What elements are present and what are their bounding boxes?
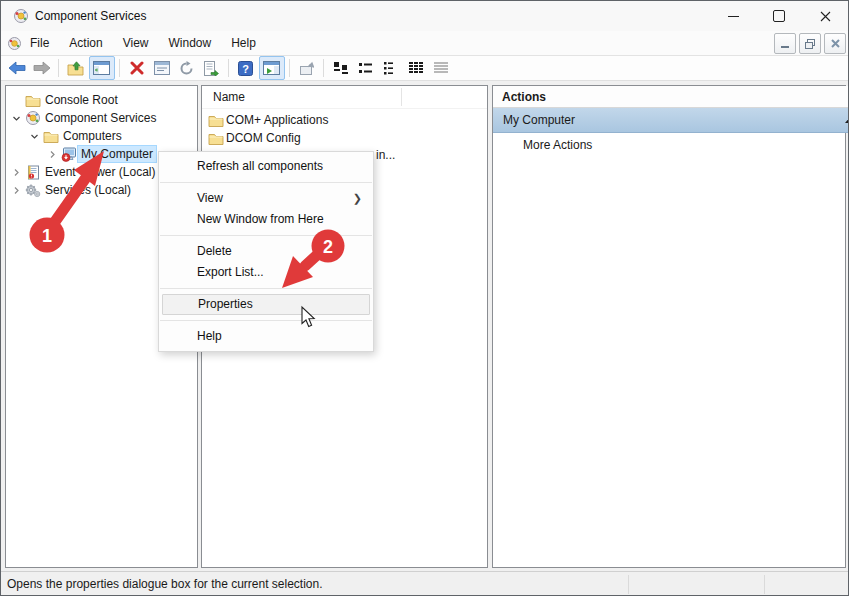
menu-window[interactable]: Window	[159, 33, 222, 53]
context-menu-item-help[interactable]: Help	[159, 326, 373, 347]
tree-item-computers[interactable]: Computers	[26, 127, 125, 145]
tree-item-event-viewer[interactable]: Event Viewer (Local)	[8, 163, 159, 181]
context-menu: Refresh all components View ❯ New Window…	[158, 151, 374, 352]
large-icons-view-icon	[333, 61, 349, 75]
maximize-icon	[773, 10, 785, 22]
window-title: Component Services	[35, 9, 146, 23]
list-item-dcom-config[interactable]: DCOM Config	[206, 129, 301, 147]
child-minimize-button[interactable]	[774, 33, 796, 54]
details-view-button[interactable]	[404, 57, 428, 79]
context-menu-item-refresh[interactable]: Refresh all components	[159, 156, 373, 177]
chevron-right-icon[interactable]	[44, 150, 60, 159]
context-menu-item-view[interactable]: View ❯	[159, 188, 373, 209]
small-icons-view-icon	[358, 61, 374, 75]
title-bar: Component Services	[1, 1, 848, 31]
show-action-pane-button[interactable]	[259, 56, 285, 80]
forward-icon	[33, 61, 51, 75]
column-header-name[interactable]: Name	[213, 90, 245, 104]
maximize-button[interactable]	[756, 1, 802, 31]
child-minimize-icon	[781, 46, 789, 48]
close-button[interactable]	[802, 1, 848, 31]
properties-icon	[154, 61, 170, 75]
new-taskpad-icon	[299, 61, 314, 76]
delete-button[interactable]	[125, 57, 149, 79]
status-separator	[628, 575, 629, 594]
content-area: Console Root Component Services Computer…	[1, 81, 848, 571]
context-menu-item-new-window[interactable]: New Window from Here	[159, 209, 373, 230]
status-text: Opens the properties dialogue box for th…	[1, 577, 323, 591]
up-one-level-button[interactable]	[64, 57, 88, 79]
menu-separator	[160, 320, 372, 321]
actions-group-my-computer[interactable]: My Computer	[493, 108, 849, 133]
back-button[interactable]	[5, 57, 29, 79]
toolbar: ?	[1, 56, 848, 81]
export-list-icon	[204, 61, 219, 76]
chevron-down-icon[interactable]	[8, 114, 24, 123]
forward-button[interactable]	[30, 57, 54, 79]
menu-help[interactable]: Help	[221, 33, 266, 53]
customize-view-button[interactable]	[429, 57, 453, 79]
close-icon	[820, 11, 831, 22]
properties-button[interactable]	[150, 57, 174, 79]
child-close-button[interactable]	[824, 33, 846, 54]
help-icon: ?	[238, 61, 253, 76]
folder-icon	[24, 94, 42, 107]
context-menu-item-properties[interactable]: Properties	[162, 294, 370, 315]
chevron-right-icon[interactable]	[8, 186, 24, 195]
minimize-icon	[728, 16, 739, 17]
my-computer-icon	[60, 147, 78, 162]
menu-separator	[160, 182, 372, 183]
list-header-row: Name	[202, 86, 487, 109]
snapin-icon	[7, 36, 22, 51]
tree-item-console-root[interactable]: Console Root	[8, 91, 121, 109]
context-menu-item-export-list[interactable]: Export List...	[159, 262, 373, 283]
tree-item-services[interactable]: Services (Local)	[8, 181, 134, 199]
up-folder-icon	[67, 61, 84, 76]
svg-text:?: ?	[242, 62, 249, 74]
list-view-icon	[383, 61, 399, 75]
truncated-item-fragment: in...	[376, 148, 395, 162]
show-action-pane-icon	[263, 61, 280, 75]
actions-pane-title: Actions	[493, 86, 849, 108]
more-actions-item[interactable]: More Actions	[493, 133, 849, 157]
export-list-button[interactable]	[200, 57, 224, 79]
delete-icon	[130, 61, 144, 75]
actions-pane: Actions My Computer More Actions	[492, 85, 846, 568]
tree-item-my-computer[interactable]: My Computer	[44, 145, 156, 163]
new-taskpad-button[interactable]	[295, 57, 319, 79]
menu-view[interactable]: View	[113, 33, 159, 53]
child-restore-icon	[805, 39, 815, 49]
component-services-window: Component Services File Action View Wind…	[0, 0, 849, 596]
details-view-icon	[408, 61, 424, 75]
status-separator	[764, 575, 765, 594]
minimize-button[interactable]	[710, 1, 756, 31]
menu-bar: File Action View Window Help	[1, 31, 848, 56]
help-button[interactable]: ?	[234, 57, 258, 79]
menu-file[interactable]: File	[22, 33, 59, 53]
show-console-tree-icon	[93, 61, 110, 75]
collapse-icon[interactable]	[845, 117, 849, 123]
large-icons-view-button[interactable]	[329, 57, 353, 79]
context-menu-item-delete[interactable]: Delete	[159, 241, 373, 262]
chevron-right-icon[interactable]	[8, 168, 24, 177]
menu-action[interactable]: Action	[59, 33, 112, 53]
menu-separator	[160, 235, 372, 236]
event-viewer-icon	[24, 165, 42, 180]
refresh-button[interactable]	[175, 57, 199, 79]
column-separator[interactable]	[401, 88, 402, 106]
list-view-button[interactable]	[379, 57, 403, 79]
menu-separator	[160, 288, 372, 289]
child-restore-button[interactable]	[799, 33, 821, 54]
refresh-icon	[179, 61, 194, 76]
show-console-tree-button[interactable]	[89, 56, 115, 80]
list-item-com-applications[interactable]: COM+ Applications	[206, 111, 328, 129]
submenu-arrow-icon: ❯	[353, 188, 362, 209]
folder-icon	[206, 114, 226, 127]
tree-item-component-services[interactable]: Component Services	[8, 109, 159, 127]
services-icon	[24, 183, 42, 198]
status-bar: Opens the properties dialogue box for th…	[1, 571, 848, 596]
app-icon	[13, 8, 29, 24]
chevron-down-icon[interactable]	[26, 132, 42, 141]
small-icons-view-button[interactable]	[354, 57, 378, 79]
folder-icon	[42, 130, 60, 143]
